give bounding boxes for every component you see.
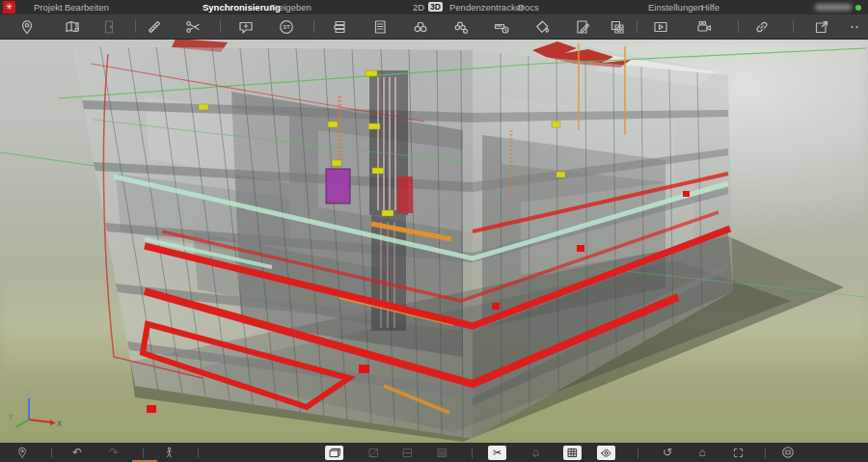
menu-bearbeiten[interactable]: Bearbeiten: [65, 0, 109, 14]
link-share-icon[interactable]: [750, 15, 773, 38]
location-pin-icon[interactable]: [15, 15, 39, 38]
walk-mode-icon[interactable]: [158, 445, 179, 460]
model-viewport[interactable]: Z Y X: [0, 39, 868, 443]
menu-synchronisierung[interactable]: Synchronisierung: [203, 0, 281, 14]
add-comment-icon[interactable]: [234, 15, 258, 38]
app-logo-icon[interactable]: ✳: [3, 1, 15, 14]
menu-pendenzentracker[interactable]: Pendenzentracker: [449, 0, 524, 14]
search-binoculars-icon[interactable]: [409, 15, 432, 38]
rotate-view-icon[interactable]: ↺: [657, 445, 678, 460]
section-plane-icon[interactable]: [363, 445, 384, 460]
axis-x-label: X: [57, 420, 62, 428]
axis-y-label: Y: [8, 413, 14, 421]
measure-pen-icon[interactable]: [143, 15, 166, 38]
copy-attributes-icon[interactable]: [606, 15, 629, 38]
clip-scissors-icon[interactable]: [181, 15, 204, 38]
redo-icon[interactable]: ↷: [103, 445, 124, 460]
grid-view-icon[interactable]: [563, 446, 582, 460]
menu-bar: ✳ Projekt Bearbeiten Synchronisierung Fr…: [0, 0, 868, 14]
toolbar-divider: [637, 20, 637, 33]
toolbar-divider: [135, 20, 136, 33]
bim-viewer-window: ✳ Projekt Bearbeiten Synchronisierung Fr…: [0, 0, 868, 462]
section-cut-icon[interactable]: [396, 445, 418, 460]
undo-icon[interactable]: ↶: [67, 445, 88, 460]
menu-freigeben[interactable]: Freigeben: [270, 0, 312, 14]
toolbar-divider: [220, 20, 221, 33]
svg-text:ST: ST: [283, 24, 290, 30]
home-view-icon[interactable]: ⌂: [692, 445, 713, 460]
toolbar-divider: [313, 20, 314, 33]
main-toolbar: ST: [0, 14, 868, 40]
play-presentation-icon[interactable]: [649, 15, 672, 38]
section-box-icon[interactable]: [325, 446, 343, 460]
toolbar-divider: [472, 448, 473, 458]
user-name-redacted[interactable]: [815, 4, 852, 11]
menu-hilfe[interactable]: Hilfe: [701, 0, 719, 14]
door-icon[interactable]: [97, 15, 121, 38]
properties-document-icon[interactable]: [368, 15, 392, 38]
online-status-dot: [855, 5, 861, 11]
filter-binoculars-icon[interactable]: [449, 15, 473, 38]
toolbar-divider: [51, 448, 52, 458]
section-fill-icon[interactable]: [431, 445, 452, 460]
toolbar-divider: [143, 448, 144, 458]
paint-bucket-icon[interactable]: [530, 15, 554, 38]
menu-einstellungen[interactable]: Einstellungen: [648, 0, 703, 14]
toolbar-divider: [738, 20, 739, 33]
toolbar-divider: [637, 448, 638, 458]
more-options-icon[interactable]: [843, 15, 866, 38]
axis-z-label: Z: [26, 390, 31, 398]
notifications-icon[interactable]: [525, 445, 546, 460]
menu-docs[interactable]: Docs: [518, 0, 539, 14]
map-location-icon[interactable]: [61, 15, 84, 38]
zoom-fit-icon[interactable]: [727, 445, 748, 460]
measure-history-icon[interactable]: [490, 15, 513, 38]
toolbar-divider: [793, 20, 794, 33]
annotate-document-icon[interactable]: [571, 15, 594, 38]
video-camera-icon[interactable]: [692, 15, 716, 38]
toolbar-divider: [765, 448, 766, 458]
stamp-st-icon[interactable]: ST: [275, 15, 298, 38]
menu-projekt[interactable]: Projekt: [34, 0, 63, 14]
layers-stack-icon[interactable]: [328, 15, 351, 38]
axis-gizmo[interactable]: Z Y X: [8, 388, 64, 434]
location-pin-icon[interactable]: [12, 445, 33, 460]
toggle-2d[interactable]: 2D: [413, 0, 424, 14]
open-external-icon[interactable]: [810, 15, 833, 38]
view-toolbar: ↶ ↷ ✂ ↺ ⌂: [0, 443, 868, 462]
building-model: [0, 39, 868, 443]
toolbar-divider: [198, 448, 199, 458]
perspective-camera-icon[interactable]: [777, 445, 799, 460]
visibility-eye-icon[interactable]: [597, 446, 615, 460]
clip-scissors-icon[interactable]: ✂: [488, 446, 506, 460]
toggle-3d-active[interactable]: 3D: [428, 2, 443, 12]
